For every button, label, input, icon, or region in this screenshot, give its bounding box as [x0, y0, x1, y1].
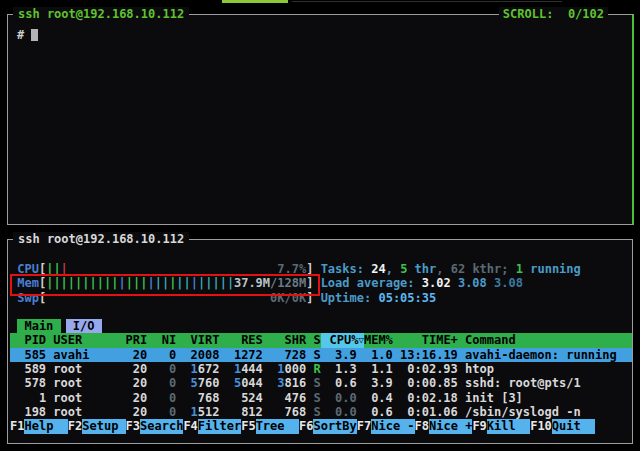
thousands-digits: 5	[234, 376, 241, 390]
col-header-cpu-label: CPU%	[330, 333, 359, 347]
fkey-action-label: Help	[24, 419, 67, 433]
cell-command: sshd: root@pts/1	[465, 376, 632, 390]
info-text: 1	[516, 262, 523, 276]
meter-value: 7.7%	[277, 262, 306, 276]
number-rest: 044	[241, 376, 263, 390]
col-header-state[interactable]: S	[313, 333, 320, 347]
cell-pri: 20	[126, 348, 148, 362]
fkey-f7[interactable]: F7Nice -	[357, 419, 415, 433]
cell-pid: 578	[10, 376, 46, 390]
info-text: thr	[407, 262, 436, 276]
fkey-f2[interactable]: F2Setup	[68, 419, 126, 433]
fkey-action-label: Filter	[198, 419, 241, 433]
meter-bar: |	[227, 276, 234, 290]
cell-pid: 589	[10, 362, 46, 376]
cell-command: avahi-daemon: running	[465, 348, 632, 362]
col-header-cpu-sorted[interactable]: CPU%▽	[321, 333, 364, 347]
meter-value: 0K/0K	[270, 291, 306, 305]
meter-label: Mem	[10, 276, 39, 290]
col-header-shr[interactable]: SHR	[263, 333, 306, 347]
fkey-number: F6	[299, 419, 313, 433]
fkey-f3[interactable]: F3Search	[126, 419, 184, 433]
swp-line: Swp[0K/0K]Uptime: 05:05:35	[10, 291, 632, 305]
fkey-number: F5	[241, 419, 255, 433]
scroll-label: SCROLL:	[503, 7, 554, 21]
meter-bracket-close: ]	[306, 262, 313, 276]
cell-pid: 585	[10, 348, 46, 362]
cell-pid: 198	[10, 405, 46, 419]
cell-time: 13:16.19	[393, 348, 458, 362]
meter-bars	[46, 291, 270, 305]
fkey-f4[interactable]: F4Filter	[183, 419, 241, 433]
tab-main[interactable]: Main	[17, 319, 60, 333]
col-header-time[interactable]: TIME+	[393, 333, 458, 347]
cell-virt: 1512	[176, 405, 219, 419]
meter-bar: |	[61, 276, 68, 290]
number-rest: 672	[198, 362, 220, 376]
fkey-action-label: Quit	[552, 419, 595, 433]
cell-mem-percent: 3.9	[357, 376, 393, 390]
cell-time: 0:02.93	[393, 362, 458, 376]
col-header-res[interactable]: RES	[219, 333, 262, 347]
meter-bracket-open: [	[39, 276, 46, 290]
cell-cpu-percent: 0.0	[321, 405, 357, 419]
info-text: Uptime:	[321, 291, 379, 305]
cell-pri: 20	[126, 362, 148, 376]
cell-state: S	[313, 391, 320, 405]
process-row[interactable]: 578root200576050443816S0.63.90:00.85sshd…	[10, 376, 632, 390]
col-header-pid[interactable]: PID	[10, 333, 46, 347]
fkey-f8[interactable]: F8Nice +	[415, 419, 473, 433]
htop-screen: CPU[|||7.7%]Tasks: 24, 5 thr, 62 kthr; 1…	[8, 240, 632, 434]
col-header-mem[interactable]: MEM%	[364, 333, 393, 347]
cell-mem-percent: 1.0	[357, 348, 393, 362]
process-row[interactable]: 198root2001512812768S0.00.60:01.06/sbin/…	[10, 405, 632, 419]
cell-ni: 0	[154, 391, 176, 405]
number-rest: 512	[198, 405, 220, 419]
cell-res: 5044	[219, 376, 262, 390]
mem-line: Mem[|||||||||||||||||||||||||||37.9M/128…	[10, 276, 632, 290]
meter-bar: |	[53, 276, 60, 290]
fkey-f6[interactable]: F6SortBy	[299, 419, 357, 433]
info-text: 24	[371, 262, 385, 276]
col-header-user[interactable]: USER	[53, 333, 125, 347]
thousands-digits: 3	[277, 376, 284, 390]
fkey-f1[interactable]: F1Help	[10, 419, 68, 433]
col-header-ni[interactable]: NI	[154, 333, 176, 347]
top-terminal-pane[interactable]: ssh root@192.168.10.112 SCROLL: 0/102 #	[7, 14, 634, 225]
cell-time: 0:00.85	[393, 376, 458, 390]
fkey-f9[interactable]: F9Kill	[472, 419, 530, 433]
fkey-number: F8	[415, 419, 429, 433]
fkey-action-label: Search	[140, 419, 183, 433]
cell-time: 0:02.18	[393, 391, 458, 405]
fkey-f5[interactable]: F5Tree	[241, 419, 299, 433]
cell-virt: 768	[176, 391, 219, 405]
meter-bracket-open: [	[39, 291, 46, 305]
cell-shr: 3816	[263, 376, 306, 390]
cell-pri: 20	[126, 405, 148, 419]
meter-bar: |	[184, 276, 191, 290]
col-header-pri[interactable]: PRI	[126, 333, 148, 347]
cell-cpu-percent: 0.6	[321, 376, 357, 390]
cell-pri: 20	[126, 376, 148, 390]
process-row[interactable]: 585avahi20020081272728S3.91.013:16.19ava…	[10, 348, 632, 362]
info-text: 62 kthr	[451, 262, 502, 276]
process-row[interactable]: 1root200768524476S0.00.40:02.18init [3]	[10, 391, 632, 405]
tab-io[interactable]: I/O	[66, 319, 102, 333]
col-header-command[interactable]: Command	[465, 333, 632, 347]
info-text: 05:05:35	[378, 291, 436, 305]
process-row[interactable]: 589root200167214441000R1.31.10:02.93htop	[10, 362, 632, 376]
cell-state: R	[313, 362, 320, 376]
fkey-action-label: Tree	[256, 419, 299, 433]
col-header-virt[interactable]: VIRT	[176, 333, 219, 347]
meter-bar: |	[61, 262, 68, 276]
cell-shr: 728	[263, 348, 306, 362]
cell-ni: 0	[154, 376, 176, 390]
meter-bar: |	[191, 276, 198, 290]
cell-cpu-percent: 0.0	[321, 391, 357, 405]
meter-bars: |||||||||||||||||||||||||||	[46, 276, 234, 290]
bottom-terminal-pane[interactable]: ssh root@192.168.10.112 CPU[|||7.7%]Task…	[7, 239, 633, 444]
info-text: ;	[501, 262, 515, 276]
number-rest: 816	[284, 376, 306, 390]
fkey-number: F9	[472, 419, 486, 433]
fkey-f10[interactable]: F10Quit	[530, 419, 595, 433]
